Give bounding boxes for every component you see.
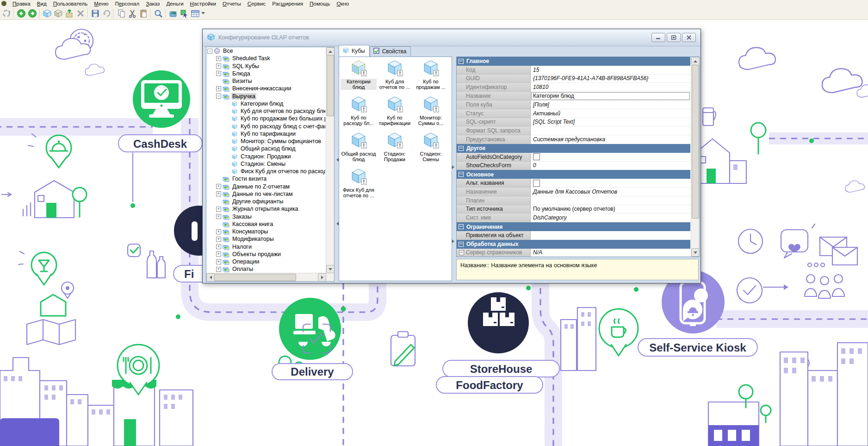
tree-item[interactable]: +Данные по Z-отчетам (206, 183, 325, 190)
menu-item-window[interactable]: Окно (333, 1, 352, 6)
property-value[interactable]: Категории блюд (531, 92, 690, 101)
menu-item-staff[interactable]: Персонал (112, 1, 143, 6)
property-group-header[interactable]: Другое (457, 144, 690, 153)
tree-item[interactable]: Куб по тарификации (206, 130, 325, 138)
property-value[interactable] (531, 153, 690, 162)
expand-icon[interactable]: + (216, 229, 221, 234)
expand-icon[interactable]: + (216, 251, 221, 257)
tree-item[interactable]: +Sheduled Task (206, 55, 325, 62)
grid-icon[interactable] (190, 8, 201, 19)
property-group-header[interactable]: Главное (457, 57, 690, 66)
expand-icon[interactable]: + (216, 86, 221, 91)
property-group-header[interactable]: Основное (457, 170, 690, 179)
tree-item[interactable]: −Все (206, 47, 325, 55)
property-value[interactable]: Данные для Кассовых Отчетов (531, 188, 690, 196)
tree-item[interactable]: −Выручка (206, 93, 325, 100)
property-value[interactable]: 0 (531, 162, 690, 170)
tree-item[interactable]: +Операции (206, 258, 325, 265)
forward-icon[interactable] (27, 8, 38, 19)
save-icon[interactable] (90, 8, 101, 19)
cube-item[interactable]: !Стадион: Смены (413, 131, 449, 167)
right-splitter[interactable] (452, 57, 456, 280)
cube-item[interactable]: !Куб по продажам ... (413, 59, 449, 95)
tab-cubes[interactable]: Кубы (339, 45, 370, 57)
assign-icon[interactable] (179, 8, 190, 19)
property-value[interactable]: [Поля] (531, 101, 690, 109)
collapse-icon[interactable]: − (207, 49, 212, 54)
dropdown-arrow-icon[interactable] (201, 11, 205, 15)
menu-item-user[interactable]: Пользователь (50, 1, 91, 6)
tab-properties[interactable]: Свойства (370, 46, 411, 57)
menu-item-reports[interactable]: Отчеты (219, 1, 244, 6)
tree-vertical-scrollbar[interactable] (326, 47, 334, 273)
menu-item-order[interactable]: Заказ (143, 1, 163, 6)
sync-icon[interactable] (167, 8, 179, 19)
tree-item[interactable]: +SQL Кубы (206, 63, 325, 70)
cube-item[interactable]: !Куб для отчетов по ... (377, 59, 413, 95)
tree-item[interactable]: +Данные по чек-листам (206, 190, 325, 198)
cube-icon[interactable] (42, 8, 53, 19)
property-value[interactable]: По умолчанию (сервер отчетов) (531, 205, 690, 214)
expand-icon[interactable]: + (216, 214, 221, 219)
menu-item-help[interactable]: Помощь (306, 1, 333, 6)
tree-item[interactable]: +Объекты продажи (206, 251, 325, 258)
property-value[interactable]: 15 (531, 66, 690, 75)
cut-icon[interactable] (127, 8, 138, 19)
dialog-title-bar[interactable]: Конфигурирование OLAP отчетов (203, 29, 701, 46)
tree-item[interactable]: Категории блюд (206, 100, 325, 107)
menu-item-money[interactable]: Деньги (163, 1, 186, 6)
collapse-icon[interactable]: − (216, 94, 221, 99)
properties-scrollbar[interactable] (691, 57, 699, 257)
property-value[interactable] (531, 231, 690, 240)
minimize-button[interactable] (651, 33, 665, 42)
property-value[interactable]: Активный (531, 109, 690, 118)
tree-item[interactable]: +Внесения-инкассации (206, 85, 325, 92)
menu-item-menu[interactable]: Меню (91, 1, 112, 6)
property-value[interactable]: [SQL Script Text] (531, 118, 690, 127)
property-value[interactable] (531, 126, 690, 135)
left-splitter[interactable] (335, 47, 339, 281)
expand-icon[interactable]: + (216, 244, 221, 249)
tree-item[interactable]: +Заказы (206, 213, 325, 220)
property-value[interactable]: N/A (531, 249, 690, 257)
menu-item-service[interactable]: Сервис (244, 1, 269, 6)
tree-item[interactable]: +Блюда (206, 70, 325, 77)
expand-icon[interactable]: + (216, 63, 221, 69)
cube-item[interactable]: !Стадион: Продажи (377, 131, 413, 167)
cube-item[interactable]: !Монитор: Суммы о... (413, 95, 449, 131)
property-value[interactable]: 10810 (531, 83, 690, 92)
cube-item[interactable]: !Куб по тарификации (377, 95, 413, 131)
copy-icon[interactable] (116, 8, 127, 19)
property-value[interactable]: {1370196F-0FE9-41A1-A74B-8F898A5FBA56} (531, 75, 690, 83)
tree-item[interactable]: +Консуматоры (206, 228, 325, 235)
tree-item[interactable]: Кассовая книга (206, 220, 325, 228)
collapse-icon[interactable] (459, 224, 464, 229)
expand-icon[interactable]: + (216, 71, 221, 76)
tree-item[interactable]: Стадион: Смены (206, 160, 325, 168)
tree-item[interactable]: Фиск Куб для отчетов по расходу б (206, 168, 325, 175)
search-icon[interactable] (153, 8, 164, 19)
tree-item[interactable]: +Налоги (206, 243, 325, 251)
expand-icon[interactable]: + (216, 267, 221, 272)
cube-item[interactable]: !Категории блюд (341, 59, 377, 95)
property-value[interactable] (531, 196, 690, 205)
expand-icon[interactable]: + (216, 207, 221, 212)
tree-item[interactable]: Монитор: Суммы официантов (206, 138, 325, 145)
collapse-icon[interactable] (459, 59, 464, 64)
close-button[interactable] (682, 33, 696, 42)
paste-icon[interactable] (138, 8, 149, 19)
refresh-icon[interactable] (1, 8, 12, 19)
tree-item[interactable]: Другие официанты (206, 198, 325, 205)
menu-item-view[interactable]: Вид (34, 1, 50, 6)
tree-item[interactable]: Гости визита (206, 175, 325, 182)
tree-item[interactable]: +Журнал открытия ящика (206, 205, 325, 213)
tree-horizontal-scrollbar[interactable] (206, 273, 326, 281)
tree-item[interactable]: Визиты (206, 77, 325, 85)
tree-item[interactable]: Общий расход блюд (206, 145, 325, 152)
collapse-icon[interactable] (459, 172, 464, 177)
tree-item[interactable]: Куб для отчетов по расходу блюд (206, 107, 325, 115)
delete-icon[interactable] (75, 8, 86, 19)
cube-item[interactable]: !Фиск Куб для отчетов по ... (341, 167, 377, 203)
property-value[interactable]: Системная предустановка (531, 135, 690, 144)
tree-item[interactable]: Куб по расходу блюд с счет-фактур (206, 123, 325, 130)
